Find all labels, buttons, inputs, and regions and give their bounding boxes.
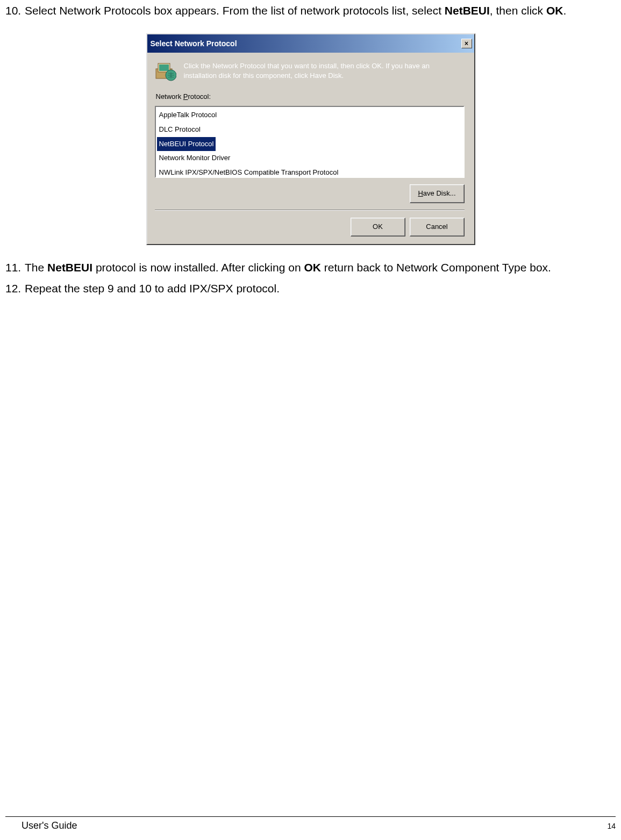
step-11: 11. The NetBEUI protocol is now installe… [5, 257, 616, 278]
footer-guide: User's Guide [5, 820, 77, 831]
step-10: 10. Select Network Protocols box appears… [5, 0, 616, 21]
step-10-part1: Select Network Protocols box appears. Fr… [25, 4, 445, 17]
step-10-bold-ok: OK [546, 4, 563, 17]
dialog-title: Select Network Protocol [151, 37, 237, 51]
label-suffix: rotocol: [188, 92, 211, 100]
step-10-bold-netbeui: NetBEUI [445, 4, 490, 17]
step-11-part1: The [25, 261, 47, 274]
protocol-listbox[interactable]: AppleTalk Protocol DLC Protocol NetBEUI … [155, 106, 465, 178]
label-prefix: Network [156, 92, 183, 100]
dialog-screenshot: Select Network Protocol × Click the Netw… [5, 33, 616, 245]
action-buttons-row: OK Cancel [155, 210, 465, 236]
step-11-bold-ok: OK [304, 261, 321, 274]
dialog-body: Click the Network Protocol that you want… [147, 53, 474, 243]
svg-rect-2 [159, 64, 169, 71]
ok-button[interactable]: OK [351, 218, 405, 236]
dialog-titlebar: Select Network Protocol × [147, 34, 474, 53]
have-disk-accel: H [418, 189, 423, 197]
list-item-appletalk[interactable]: AppleTalk Protocol [157, 108, 462, 123]
list-item-nwlink[interactable]: NWLink IPX/SPX/NetBIOS Compatible Transp… [157, 166, 462, 178]
dialog-info-text: Click the Network Protocol that you want… [184, 60, 465, 80]
close-icon: × [465, 40, 468, 47]
step-text-12: Repeat the step 9 and 10 to add IPX/SPX … [25, 278, 616, 299]
network-icon [155, 60, 176, 82]
page-footer: User's Guide 14 [5, 816, 616, 831]
list-item-dlc[interactable]: DLC Protocol [157, 123, 462, 137]
list-item-netbeui[interactable]: NetBEUI Protocol [157, 137, 216, 152]
list-item-monitor[interactable]: Network Monitor Driver [157, 151, 462, 166]
step-11-bold-netbeui: NetBEUI [47, 261, 92, 274]
step-10-part2: , then click [490, 4, 546, 17]
info-row: Click the Network Protocol that you want… [155, 58, 465, 82]
step-11-part3: return back to Network Component Type bo… [321, 261, 551, 274]
step-10-part3: . [563, 4, 566, 17]
step-text-11: The NetBEUI protocol is now installed. A… [25, 257, 616, 278]
cancel-button[interactable]: Cancel [410, 218, 465, 236]
step-11-part2: protocol is now installed. After clickin… [92, 261, 304, 274]
select-protocol-dialog: Select Network Protocol × Click the Netw… [146, 33, 475, 245]
step-number-12: 12. [5, 278, 25, 299]
step-number-11: 11. [5, 257, 25, 278]
have-disk-label: ave Disk... [423, 189, 456, 197]
step-12: 12. Repeat the step 9 and 10 to add IPX/… [5, 278, 616, 299]
page-number: 14 [607, 820, 616, 831]
network-protocol-label: Network Protocol: [156, 90, 465, 104]
have-disk-button[interactable]: Have Disk... [410, 184, 465, 203]
have-disk-row: Have Disk... [155, 184, 465, 203]
step-number-10: 10. [5, 0, 25, 21]
step-text-10: Select Network Protocols box appears. Fr… [25, 0, 616, 21]
close-button[interactable]: × [461, 39, 472, 48]
